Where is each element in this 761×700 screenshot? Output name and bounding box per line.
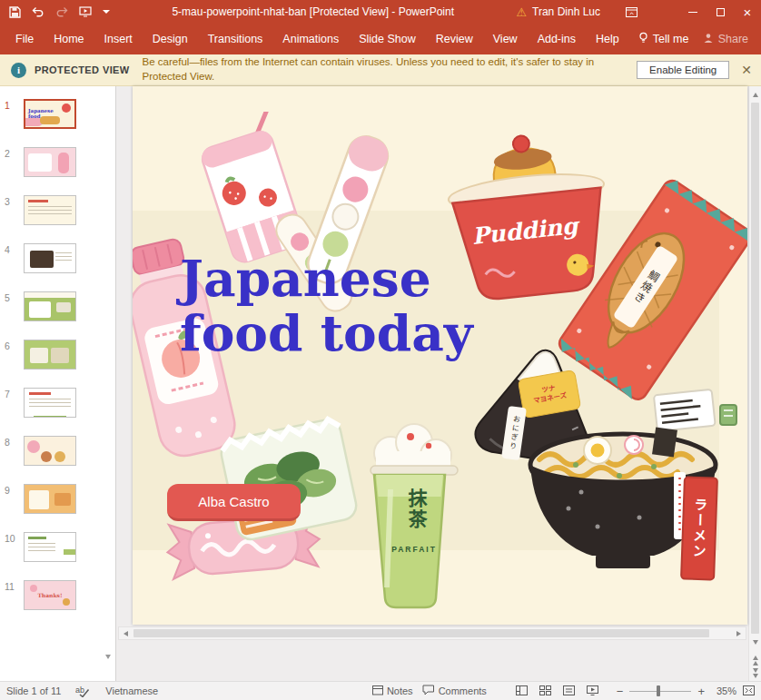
slide-thumbnail-10[interactable] (24, 532, 76, 562)
protected-view-bar: i PROTECTED VIEW Be careful—files from t… (0, 54, 761, 86)
comments-toggle[interactable]: Comments (422, 685, 487, 697)
slide-thumbnail-1[interactable]: Japanese food today (24, 99, 76, 129)
tab-animations[interactable]: Animations (272, 27, 349, 51)
reading-view-icon[interactable] (563, 685, 575, 697)
zoom-in-button[interactable]: + (697, 685, 705, 698)
tell-me-label: Tell me (653, 33, 689, 45)
fit-slide-to-window-icon[interactable] (743, 685, 755, 697)
slide-editing-area: 鯛焼き ツナ マヨネーズ おにぎり Pudding 抹茶 PARFAIT ラーメ… (116, 86, 748, 681)
language-indicator[interactable]: Vietnamese (105, 685, 158, 696)
notes-icon (372, 685, 383, 697)
save-icon[interactable] (9, 6, 21, 18)
powerpoint-window: 5-mau-powerpoint-nhat-ban [Protected Vie… (0, 0, 761, 700)
quick-access-toolbar (0, 6, 110, 18)
close-icon: × (744, 5, 752, 19)
parfait-label: PARFAIT (378, 545, 450, 554)
thumbnail-scroll-down-icon[interactable] (105, 659, 111, 675)
normal-view-icon[interactable] (516, 685, 528, 697)
slide-thumbnail-6[interactable] (24, 340, 76, 370)
enable-editing-button[interactable]: Enable Editing (637, 61, 729, 79)
horizontal-scroll-thumb[interactable] (133, 629, 709, 637)
zoom-slider-handle[interactable] (657, 685, 660, 696)
share-person-icon (703, 33, 714, 46)
protected-view-message: Be careful—files from the Internet can c… (143, 55, 637, 84)
slide-number: 4 (5, 243, 18, 255)
slide-thumbnail-4[interactable] (24, 243, 76, 273)
title-bar: 5-mau-powerpoint-nhat-ban [Protected Vie… (0, 0, 761, 24)
account-warning-icon: ⚠ (516, 6, 527, 18)
slide-number: 9 (5, 484, 18, 496)
vertical-scroll-thumb[interactable] (751, 103, 759, 634)
share-button[interactable]: Share (703, 33, 748, 46)
slide-number: 6 (5, 340, 18, 351)
tab-slide-show[interactable]: Slide Show (349, 27, 426, 51)
customize-qat-icon[interactable] (103, 10, 110, 14)
next-slide-button[interactable] (753, 666, 758, 679)
scroll-left-icon[interactable] (119, 627, 133, 639)
tab-view[interactable]: View (483, 27, 528, 51)
tab-help[interactable]: Help (586, 27, 629, 51)
slide-indicator[interactable]: Slide 1 of 11 (6, 685, 61, 696)
matcha-label: 抹茶 (400, 477, 432, 542)
zoom-percentage[interactable]: 35% (711, 685, 736, 696)
tab-insert[interactable]: Insert (94, 27, 143, 51)
slide-thumbnail-9[interactable] (24, 484, 76, 514)
tell-me-box[interactable]: Tell me (629, 26, 698, 52)
slide-title-line2: food today (180, 306, 473, 360)
slide-title: Japanese food today (180, 251, 473, 360)
message-bar-close-icon[interactable]: ✕ (741, 63, 752, 77)
slide-number: 1 (5, 99, 18, 111)
previous-slide-button[interactable] (753, 654, 758, 666)
minimize-button[interactable] (679, 0, 707, 24)
undo-icon[interactable] (32, 6, 44, 17)
slide-canvas[interactable]: 鯛焼き ツナ マヨネーズ おにぎり Pudding 抹茶 PARFAIT ラーメ… (133, 86, 747, 625)
comments-icon (422, 685, 435, 697)
close-button[interactable]: × (734, 0, 761, 24)
tab-file[interactable]: File (5, 27, 44, 51)
slide-thumbnail-3[interactable] (24, 195, 76, 225)
ribbon-tab-bar: File Home Insert Design Transitions Anim… (0, 24, 761, 54)
slide-thumbnail-7[interactable] (24, 388, 76, 418)
redo-icon[interactable] (55, 6, 68, 17)
notes-toggle[interactable]: Notes (372, 685, 413, 697)
slide-thumbnail-2[interactable] (24, 147, 76, 177)
tab-design[interactable]: Design (143, 27, 198, 51)
start-slideshow-icon[interactable] (79, 6, 92, 17)
window-controls: × (679, 0, 761, 24)
slide-number: 10 (5, 532, 18, 544)
window-title: 5-mau-powerpoint-nhat-ban [Protected Vie… (110, 5, 516, 18)
slide-thumbnail-5[interactable] (24, 291, 76, 321)
slide-title-line1: Japanese (180, 251, 473, 306)
tab-add-ins[interactable]: Add-ins (528, 27, 586, 51)
tab-review[interactable]: Review (426, 27, 483, 51)
slide-number: 11 (5, 580, 18, 592)
slideshow-view-icon[interactable] (587, 685, 598, 697)
lightbulb-icon (638, 32, 648, 46)
zoom-slider[interactable] (629, 685, 691, 697)
slide-number: 8 (5, 436, 18, 448)
slide-thumbnail-panel: 1 Japanese food today 2 3 4 5 6 7 8 9 10… (0, 86, 116, 681)
vertical-scrollbar[interactable] (748, 86, 761, 681)
slide-number: 2 (5, 147, 18, 159)
scroll-down-icon[interactable] (753, 636, 758, 648)
spell-check-icon[interactable]: ab (75, 685, 91, 697)
account-user-name: Tran Dinh Luc (532, 5, 600, 18)
tab-home[interactable]: Home (44, 27, 94, 51)
ribbon-display-options-icon[interactable] (626, 7, 637, 17)
zoom-out-button[interactable]: − (617, 685, 624, 698)
slide-number: 7 (5, 388, 18, 399)
account-user[interactable]: ⚠ Tran Dinh Luc (516, 5, 600, 18)
maximize-button[interactable] (707, 0, 734, 24)
slide-thumbnail-8[interactable] (24, 436, 76, 466)
info-icon: i (11, 63, 26, 78)
content-area: 1 Japanese food today 2 3 4 5 6 7 8 9 10… (0, 86, 761, 681)
horizontal-scrollbar[interactable] (118, 626, 746, 640)
status-bar: Slide 1 of 11 ab Vietnamese Notes Commen… (0, 681, 761, 700)
tab-transitions[interactable]: Transitions (198, 27, 273, 51)
slide-thumbnail-11[interactable]: Thanks! (24, 580, 76, 610)
ramen-label: ラーメン (680, 476, 718, 580)
zoom-controls: − + 35% (617, 685, 755, 698)
slide-sorter-view-icon[interactable] (539, 685, 551, 697)
scroll-right-icon[interactable] (732, 627, 746, 639)
scroll-up-icon[interactable] (753, 88, 758, 101)
